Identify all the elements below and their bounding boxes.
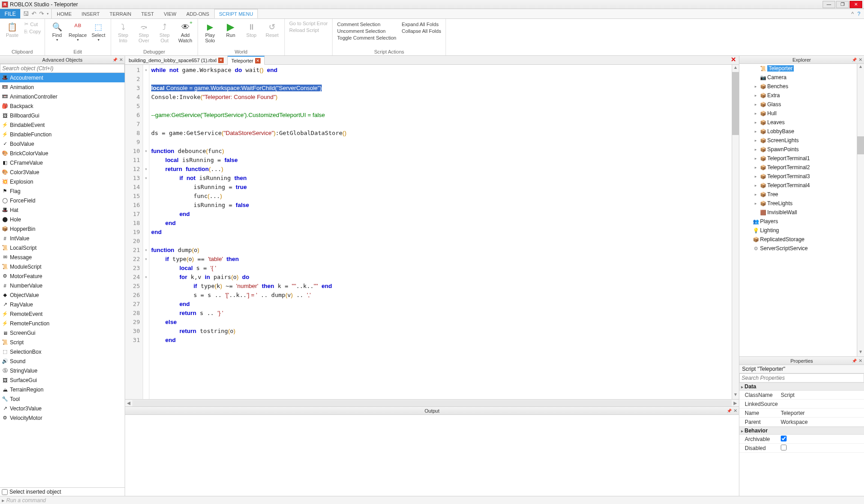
object-item[interactable]: 📦HopperBin (0, 224, 125, 234)
command-bar[interactable]: ▸ Run a command (0, 496, 864, 504)
object-item[interactable]: 🎨Color3Value (0, 167, 125, 177)
explorer-item[interactable]: ▸📦TreeLights (739, 199, 857, 208)
explorer-item[interactable]: 📷Camera (739, 73, 857, 82)
tree-toggle-icon[interactable]: ▸ (755, 165, 759, 170)
object-item[interactable]: ⛰TerrainRegion (0, 385, 125, 394)
step-into-button[interactable]: ⤵Step Into (114, 21, 133, 44)
property-value[interactable]: Teleporter (780, 410, 864, 416)
reload-script-button[interactable]: Reload Script (289, 27, 328, 33)
object-item[interactable]: #NumberValue (0, 281, 125, 290)
object-item[interactable]: 📜ModuleScript (0, 262, 125, 271)
explorer-item[interactable]: ▸📦Tree (739, 190, 857, 199)
tree-toggle-icon[interactable]: ▸ (755, 174, 759, 179)
explorer-item[interactable]: ▸📦Extra (739, 91, 857, 100)
editor-vscrollbar[interactable]: ▲▼ (732, 65, 739, 399)
property-row[interactable]: ClassNameScript (739, 391, 864, 400)
undo-icon[interactable]: ↶ (32, 10, 36, 17)
explorer-item[interactable]: ▸📦Hull (739, 109, 857, 118)
objects-search-input[interactable] (0, 64, 125, 73)
output-body[interactable] (125, 415, 739, 496)
menu-tab-script-menu[interactable]: SCRIPT MENU (214, 9, 258, 18)
tree-toggle-icon[interactable]: ▸ (755, 147, 759, 152)
property-section[interactable]: Data (739, 382, 864, 391)
collapse-ribbon-icon[interactable]: ^ (851, 11, 854, 17)
property-value[interactable] (780, 436, 864, 443)
property-value[interactable] (780, 445, 864, 452)
object-item[interactable]: 📼AnimationController (0, 92, 125, 101)
pin-icon[interactable]: 📌 (852, 359, 857, 363)
menu-tab-terrain[interactable]: TERRAIN (104, 9, 136, 18)
tree-toggle-icon[interactable]: ▸ (755, 120, 759, 125)
object-item[interactable]: ◧CFrameValue (0, 158, 125, 167)
code-editor[interactable]: 1234567891011121314151617181920212223242… (125, 65, 739, 399)
explorer-item[interactable]: ▸📦Benches (739, 82, 857, 91)
comment-button[interactable]: Comment Selection (337, 22, 396, 27)
close-tab-icon[interactable]: ✕ (255, 58, 261, 63)
property-checkbox[interactable] (781, 436, 787, 441)
object-item[interactable]: ⬤Hole (0, 215, 125, 224)
menu-tab-view[interactable]: VIEW (159, 9, 181, 18)
pin-icon[interactable]: 📌 (727, 409, 732, 413)
explorer-item[interactable]: ▸📦TeleportTerminal1 (739, 154, 857, 163)
property-row[interactable]: Disabled (739, 444, 864, 453)
object-item[interactable]: 📜LocalScript (0, 243, 125, 252)
explorer-item[interactable]: 📦ReplicatedStorage (739, 235, 857, 244)
object-item[interactable]: 🔧Tool (0, 394, 125, 404)
tree-toggle-icon[interactable]: ▸ (755, 156, 759, 161)
explorer-item[interactable]: 📜Teleporter (739, 64, 857, 73)
explorer-item[interactable]: ▸📦ScreenLights (739, 136, 857, 145)
collapse-folds-button[interactable]: Collapse All Folds (402, 28, 441, 34)
property-row[interactable]: ParentWorkspace (739, 418, 864, 427)
close-button[interactable]: ✕ (850, 1, 862, 8)
object-item[interactable]: ⚡BindableFunction (0, 130, 125, 139)
property-value[interactable]: Script (780, 392, 864, 398)
object-item[interactable]: 🎩Hat (0, 205, 125, 215)
object-item[interactable]: 🎩Accoutrement (0, 73, 125, 82)
tree-toggle-icon[interactable]: ▸ (755, 183, 759, 188)
help-icon[interactable]: ? (857, 11, 860, 17)
tree-toggle-icon[interactable]: ▸ (755, 93, 759, 98)
run-button[interactable]: ▶Run (221, 21, 240, 39)
property-row[interactable]: NameTeleporter (739, 409, 864, 418)
cut-button[interactable]: ✂Cut (23, 21, 42, 27)
document-tab[interactable]: building_demo_lobby_space657 (1).rbxl✕ (125, 56, 228, 64)
close-panel-icon[interactable]: ✕ (734, 408, 737, 413)
select-inserted-checkbox[interactable] (2, 489, 8, 495)
paste-button[interactable]: 📋Paste (3, 21, 22, 39)
expand-folds-button[interactable]: Expand All Folds (402, 22, 441, 27)
menu-tab-home[interactable]: HOME (52, 9, 76, 18)
property-checkbox[interactable] (781, 445, 787, 450)
object-item[interactable]: ✓BoolValue (0, 139, 125, 148)
object-item[interactable]: ⚡BindableEvent (0, 120, 125, 130)
find-button[interactable]: 🔍Find▾ (48, 21, 67, 43)
redo-icon[interactable]: ↷ (39, 10, 44, 17)
explorer-item[interactable]: ⚙ServerScriptService (739, 244, 857, 253)
toggle-comment-button[interactable]: Toggle Comment Selection (337, 35, 396, 40)
menu-tab-test[interactable]: TEST (136, 9, 159, 18)
object-item[interactable]: ↗Vector3Value (0, 404, 125, 413)
explorer-item[interactable]: ▸📦Glass (739, 100, 857, 109)
explorer-item[interactable]: ▸📦TeleportTerminal4 (739, 181, 857, 190)
pin-icon[interactable]: 📌 (112, 58, 117, 62)
property-row[interactable]: LinkedSource (739, 400, 864, 409)
property-value[interactable]: Workspace (780, 419, 864, 425)
copy-button[interactable]: ⎘Copy (23, 28, 42, 35)
object-item[interactable]: 📼Animation (0, 82, 125, 92)
pin-icon[interactable]: 📌 (852, 58, 857, 62)
qat-dropdown-icon[interactable]: ▾ (47, 12, 49, 16)
uncomment-button[interactable]: Uncomment Selection (337, 28, 396, 34)
tree-toggle-icon[interactable]: ▸ (755, 201, 759, 206)
object-item[interactable]: 🖼BillboardGui (0, 111, 125, 120)
object-item[interactable]: ↗RayValue (0, 300, 125, 309)
tree-toggle-icon[interactable]: ▸ (755, 192, 759, 197)
explorer-tree[interactable]: 📜Teleporter📷Camera▸📦Benches▸📦Extra▸📦Glas… (739, 64, 857, 356)
object-item[interactable]: ✉Message (0, 252, 125, 262)
property-row[interactable]: Archivable (739, 435, 864, 444)
tree-toggle-icon[interactable]: ▸ (755, 111, 759, 116)
reset-button[interactable]: ↺Reset (263, 21, 282, 39)
object-item[interactable]: 💥Explosion (0, 177, 125, 186)
stop-button[interactable]: ⏸Stop (242, 21, 261, 39)
explorer-vscrollbar[interactable]: ▲▼ (857, 64, 864, 356)
explorer-item[interactable]: ▸📦Leaves (739, 118, 857, 127)
tree-toggle-icon[interactable]: ▸ (755, 102, 759, 107)
